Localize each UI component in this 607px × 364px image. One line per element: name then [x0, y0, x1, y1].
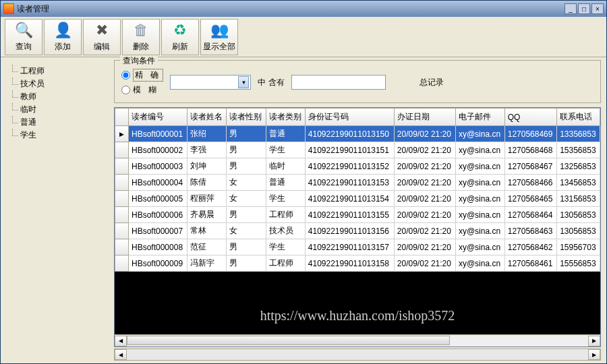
cell-idcard: 410922199011013154 [305, 191, 394, 207]
table-row[interactable]: HBsoft000007常林女技术员41092219901101315620/0… [115, 223, 600, 239]
table-row[interactable]: HBsoft000006齐易晨男工程师41092219901101315520/… [115, 207, 600, 223]
delete-button[interactable]: 🗑删除 [122, 19, 160, 55]
radio-fuzzy[interactable]: 模 糊 [121, 84, 163, 96]
cell-qq: 1270568468 [504, 142, 556, 158]
close-button[interactable]: × [591, 3, 604, 14]
cell-phone: 13456853 [557, 175, 600, 191]
cell-type: 工程师 [266, 207, 305, 223]
radio-exact[interactable]: 精 确 [121, 69, 163, 82]
cell-name: 冯新宇 [187, 255, 226, 272]
cell-date: 20/09/02 21:20 [394, 126, 455, 142]
cell-idcard: 410922199011013157 [305, 239, 394, 255]
toolbar-label: 添加 [55, 41, 71, 53]
cell-type: 普通 [266, 126, 305, 142]
data-grid[interactable]: 读者编号读者姓名读者性别读者类别身份证号码办证日期电子邮件QQ联系电话▶HBso… [114, 107, 601, 347]
cell-gender: 男 [227, 239, 266, 255]
cell-type: 学生 [266, 142, 305, 158]
column-header[interactable]: 读者性别 [227, 109, 266, 126]
scroll-right-icon[interactable]: ▶ [588, 349, 600, 360]
scroll-left-icon[interactable]: ◀ [115, 349, 127, 360]
cell-email: xy@sina.cn [455, 142, 504, 158]
tree-item[interactable]: 学生 [8, 129, 107, 142]
delete-icon: 🗑 [132, 21, 150, 40]
cell-qq: 1270568461 [504, 255, 556, 272]
query-button[interactable]: 🔍查询 [5, 19, 42, 55]
edit-icon: ✖ [92, 21, 111, 40]
cell-qq: 1270568465 [504, 191, 556, 207]
cell-qq: 1270568464 [504, 207, 556, 223]
query-group-label: 查询条件 [120, 55, 158, 67]
refresh-button[interactable]: ♻刷新 [161, 19, 199, 55]
table-row[interactable]: HBsoft000003刘坤男临时41092219901101315220/09… [115, 158, 600, 175]
cell-name: 程丽萍 [187, 191, 226, 207]
column-header[interactable]: 读者类别 [266, 109, 305, 126]
column-header[interactable]: 办证日期 [394, 109, 455, 126]
cell-id: HBsoft000001 [129, 126, 187, 142]
cell-phone: 13156853 [557, 191, 600, 207]
tree-item[interactable]: 普通 [8, 116, 107, 129]
add-icon: 👤 [53, 21, 72, 40]
radio-exact-input[interactable] [121, 71, 130, 80]
cell-gender: 男 [227, 158, 266, 175]
column-header[interactable]: 读者编号 [129, 109, 187, 126]
title-bar: 读者管理 _ □ × [1, 1, 606, 17]
cell-qq: 1270568467 [504, 158, 556, 175]
column-header[interactable]: 身份证号码 [305, 109, 394, 126]
cell-date: 20/09/02 21:20 [394, 191, 455, 207]
maximize-button[interactable]: □ [578, 3, 590, 14]
cell-name: 刘坤 [187, 158, 226, 175]
table-row[interactable]: ▶HBsoft000001张绍男普通41092219901101315020/0… [115, 126, 600, 142]
query-mid-label: 中 含有 [258, 77, 284, 88]
column-header[interactable]: QQ [504, 109, 556, 126]
cell-type: 工程师 [266, 255, 305, 272]
category-tree: 工程师技术员教师临时普通学生 [6, 63, 109, 144]
cell-email: xy@sina.cn [455, 223, 504, 239]
cell-qq: 1270568466 [504, 175, 556, 191]
query-groupbox: 查询条件 精 确 模 糊 ▼ 中 含有 [114, 60, 601, 103]
cell-phone: 15556853 [557, 255, 600, 272]
cell-name: 齐易晨 [187, 207, 226, 223]
tree-item[interactable]: 工程师 [8, 65, 107, 78]
scroll-left-icon[interactable]: ◀ [115, 336, 127, 346]
edit-button[interactable]: ✖编辑 [83, 19, 121, 55]
cell-gender: 男 [227, 255, 266, 272]
query-field-dropdown[interactable]: ▼ [170, 75, 251, 90]
cell-id: HBsoft000006 [129, 207, 187, 223]
row-indicator [115, 223, 129, 239]
cell-email: xy@sina.cn [455, 175, 504, 191]
column-header[interactable]: 联系电话 [557, 109, 600, 126]
cell-type: 学生 [266, 191, 305, 207]
panel-horizontal-scrollbar[interactable]: ◀ ▶ [114, 348, 601, 361]
showall-button[interactable]: 👥显示全部 [200, 19, 238, 55]
query-text-input[interactable] [291, 75, 386, 90]
cell-phone: 13256853 [557, 158, 600, 175]
scroll-thumb[interactable] [127, 336, 450, 345]
table-row[interactable]: HBsoft000008范征男学生41092219901101315720/09… [115, 239, 600, 255]
cell-gender: 女 [227, 191, 266, 207]
grid-horizontal-scrollbar[interactable]: ◀ ▶ [115, 334, 600, 346]
cell-type: 技术员 [266, 223, 305, 239]
table-row[interactable]: HBsoft000009冯新宇男工程师41092219901101315820/… [115, 255, 600, 272]
cell-name: 常林 [187, 223, 226, 239]
scroll-right-icon[interactable]: ▶ [588, 336, 600, 346]
cell-gender: 男 [227, 142, 266, 158]
column-header[interactable]: 电子邮件 [455, 109, 504, 126]
cell-qq: 1270568463 [504, 223, 556, 239]
tree-item[interactable]: 教师 [8, 90, 107, 103]
cell-date: 20/09/02 21:20 [394, 207, 455, 223]
radio-fuzzy-input[interactable] [121, 86, 130, 94]
total-records-label: 总记录 [420, 77, 444, 88]
cell-type: 普通 [266, 175, 305, 191]
row-header-corner [115, 109, 129, 126]
table-row[interactable]: HBsoft000004陈倩女普通41092219901101315320/09… [115, 175, 600, 191]
minimize-button[interactable]: _ [565, 3, 577, 14]
cell-date: 20/09/02 21:20 [394, 223, 455, 239]
column-header[interactable]: 读者姓名 [187, 109, 226, 126]
tree-item[interactable]: 技术员 [8, 78, 107, 90]
tree-item[interactable]: 临时 [8, 103, 107, 116]
table-row[interactable]: HBsoft000002李强男学生41092219901101315120/09… [115, 142, 600, 158]
add-button[interactable]: 👤添加 [44, 19, 82, 55]
row-indicator [115, 175, 129, 191]
table-row[interactable]: HBsoft000005程丽萍女学生41092219901101315420/0… [115, 191, 600, 207]
cell-phone: 15356853 [557, 142, 600, 158]
